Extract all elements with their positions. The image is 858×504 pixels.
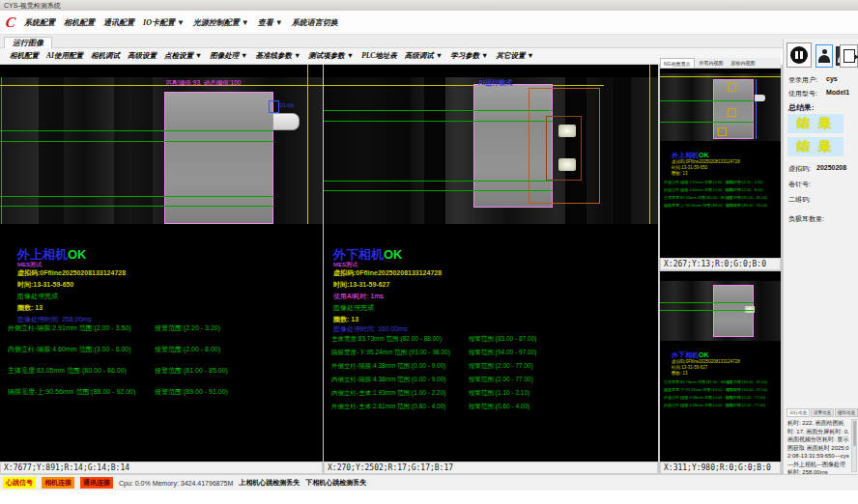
tool-plc-address-table[interactable]: PLC地址表: [361, 51, 397, 61]
status-bar: 心跳信号 相机连接 通讯连接 Cpu: 0.0% Memory: 3424.41…: [0, 474, 858, 490]
camera-canvas-lower[interactable]: AI运行模式 外下相机OK MES测试 虚拟码:0Ffline202502081…: [324, 65, 658, 462]
capture-time: 时间:13-31-59-650: [17, 280, 73, 290]
result-ok: OK: [384, 247, 403, 262]
reference-line-horizontal: [0, 85, 323, 86]
menu-system-config[interactable]: 系统配置: [24, 17, 55, 28]
battery-cell-region: [164, 92, 273, 224]
model-label: 使用型号:: [788, 89, 817, 98]
total-result-label: 总结果:: [788, 102, 815, 113]
threshold-label: 匹配阈值:93, 动态阈值:100: [166, 79, 241, 88]
ai-mode-label: AI运行模式: [478, 78, 512, 88]
alarm-range: 报警范围:(81.00 - 85.00): [726, 195, 767, 200]
thumb-tab-all-views[interactable]: 所有内视图: [697, 58, 727, 68]
tool-advanced-debug[interactable]: 高级调试 ▼: [405, 51, 443, 61]
result-ok: OK: [68, 247, 87, 262]
camera-connection-badge: 相机连接: [42, 477, 74, 489]
pause-button[interactable]: [786, 42, 812, 68]
scrollbar-thumb[interactable]: [853, 421, 856, 446]
alarm-range: 报警范围:(94.00 - 97.00): [726, 387, 767, 392]
measure-line: [0, 130, 273, 131]
tool-baseline-params[interactable]: 基准线参数 ▼: [256, 51, 301, 61]
measurement-row: 外侧立柱-隔膜:2.91mm 范围:(2.00 - 3.50): [664, 180, 734, 184]
pixel-coords-thumb-top: X:267;Y:13;R:0;G:0;B:0: [660, 258, 781, 270]
needle-number-label: 卷针号:: [788, 180, 811, 189]
menu-language-switch[interactable]: 系统语言切换: [292, 17, 338, 28]
thumbnail-panel-bottom[interactable]: 外下相机OK 虚拟码:0Ffline20250208133124728 时间:1…: [660, 271, 781, 462]
edge-line: [1, 77, 2, 224]
menu-view[interactable]: 查看 ▼: [258, 17, 283, 28]
measurement-row: 隔膜宽度-上:90.56mm 范围:(88.00 - 92.00): [8, 387, 135, 397]
measurement-row: 主体宽度:83.73mm 范围:(82.00 - 88.00): [664, 379, 731, 384]
login-user-value: cys: [826, 75, 838, 82]
capture-time: 时间:13-31-59-627: [672, 365, 707, 370]
measure-line: [324, 181, 553, 182]
thumb-tab-over-limit[interactable]: 超标内视图: [729, 58, 758, 68]
virtual-code-value: 20250208: [816, 164, 846, 171]
tool-camera-config[interactable]: 相机配置: [10, 51, 39, 61]
machine-shadow: [614, 77, 631, 224]
tool-advanced-settings[interactable]: 高级设置: [128, 51, 157, 61]
alarm-range: 报警范围:(94.00 - 97.00): [469, 349, 536, 357]
measurement-row: 内侧立柱-隔膜:4.38mm 范围:(0.00 - 9.00): [664, 403, 734, 407]
info-tab-errors[interactable]: 报错信息: [835, 408, 858, 417]
info-tab-bar: 运行信息 设置信息 报错信息: [786, 408, 858, 417]
roi-marker: [269, 100, 279, 113]
roi-marker: [728, 83, 736, 92]
tool-camera-debug[interactable]: 相机调试: [91, 51, 120, 61]
alarm-range: 报警范围:(2.00 - 8.00): [726, 187, 763, 192]
tool-ai-use-config[interactable]: AI使用配置: [46, 51, 83, 61]
measurement-row: 内侧立柱-隔膜:4.60mm 范围:(3.00 - 6.00): [664, 187, 734, 192]
log-scrollbar[interactable]: [851, 419, 857, 472]
measurement-row: 主体宽度:83.05mm 范围:(80.00 - 86.00): [664, 195, 731, 200]
reference-line-vertical: [649, 65, 650, 224]
alarm-range: 报警范围:(2.00 - 77.00): [469, 376, 533, 384]
info-tab-settings[interactable]: 设置信息: [811, 408, 834, 417]
user-login-button[interactable]: [815, 44, 833, 68]
thumbnail-tabs: NG画面显示 所有内视图 超标内视图: [660, 58, 781, 69]
measurement-row: 外侧立柱-隔膜:4.38mm 范围:(0.00 - 9.00): [331, 362, 445, 371]
menu-light-config[interactable]: 光源控制配置 ▼: [193, 17, 249, 28]
measure-line: [324, 110, 553, 111]
info-tab-run[interactable]: 运行信息: [786, 408, 810, 417]
negative-tab-count-label: 负极耳数量:: [788, 214, 824, 224]
tool-image-processing[interactable]: 图像处理 ▼: [210, 51, 247, 61]
alarm-range: 报警范围:(89.00 - 91.00): [155, 387, 228, 397]
measure-line: [0, 196, 273, 197]
camera-canvas-upper[interactable]: 23.66 匹配阈值:93, 动态阈值:100 外上相机OK MES测试 虚拟码…: [0, 65, 323, 462]
virtual-code: 虚拟码:0Ffline20250208133124728: [672, 359, 740, 364]
menu-comm-config[interactable]: 通讯配置: [103, 17, 134, 28]
lower-camera-heartbeat-message: 下相机心跳检测丢失: [305, 478, 366, 488]
model-value: Model1: [826, 89, 849, 96]
measure-line: [660, 302, 754, 303]
tool-spot-check[interactable]: 点检设置 ▼: [164, 51, 202, 61]
edge-line: [756, 79, 757, 139]
tool-learning-params[interactable]: 学习参数 ▼: [450, 51, 488, 61]
tool-other-settings[interactable]: 其它设置 ▼: [496, 51, 533, 61]
tool-test-params[interactable]: 测试项参数 ▼: [308, 51, 354, 61]
cpu-memory-readout: Cpu: 0.0% Memory: 3424.41796875M: [119, 480, 233, 487]
comm-connection-badge: 通讯连接: [80, 477, 113, 489]
machine-shadow: [114, 77, 153, 224]
tab-highlight: [558, 158, 576, 171]
alarm-range: 报警范围:(0.60 - 4.00): [469, 403, 529, 411]
machine-shadow: [424, 77, 445, 224]
thumb-tab-ng-display[interactable]: NG画面显示: [660, 58, 695, 68]
thumbnail-panel-top[interactable]: NG画面显示 所有内视图 超标内视图 外上相机OK 虚拟码:0Ffline202…: [660, 58, 781, 270]
roi-marker: [718, 127, 727, 136]
measure-line: [660, 100, 754, 101]
sidebar: 登录用户: cys 使用型号: Model1 总结果: 结 果 结 果 虚拟码:…: [783, 39, 858, 474]
alarm-range: 报警范围:(2.00 - 77.00): [726, 395, 765, 400]
exit-button[interactable]: [840, 44, 858, 68]
menu-camera-config[interactable]: 相机配置: [64, 17, 95, 28]
measure-line: [660, 122, 754, 123]
menu-io-config[interactable]: IO卡配置 ▼: [143, 17, 185, 28]
alarm-range: 报警范围:(81.00 - 85.00): [155, 366, 228, 376]
virtual-code: 虚拟码:0Ffline20250208133124728: [672, 159, 740, 164]
measurement-row: 外侧立柱-隔膜:4.38mm 范围:(0.00 - 9.00): [664, 395, 734, 400]
process-time: 图像处理时间: 160.00ms: [333, 324, 408, 334]
measurement-row: 主体宽度:83.73mm 范围:(82.00 - 88.00): [331, 335, 442, 344]
result-ok: OK: [699, 152, 709, 158]
alarm-range: 报警范围:(2.00 - 77.00): [726, 403, 765, 407]
measurement-row: 外侧立柱-隔膜:2.91mm 范围:(2.00 - 3.50): [8, 323, 131, 333]
alarm-range: 报警范围:(83.00 - 87.00): [726, 379, 767, 384]
